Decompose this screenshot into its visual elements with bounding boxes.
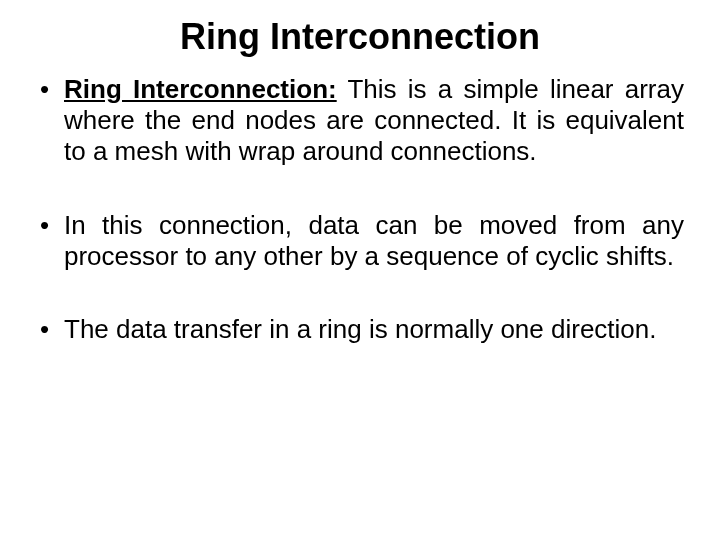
bullet-text: The data transfer in a ring is normally … [64,314,657,344]
bullet-lead: Ring Interconnection: [64,74,337,104]
list-item: Ring Interconnection: This is a simple l… [36,74,684,168]
bullet-list: Ring Interconnection: This is a simple l… [36,74,684,345]
list-item: The data transfer in a ring is normally … [36,314,684,345]
slide-title: Ring Interconnection [36,16,684,58]
bullet-text: In this connection, data can be moved fr… [64,210,684,271]
list-item: In this connection, data can be moved fr… [36,210,684,272]
